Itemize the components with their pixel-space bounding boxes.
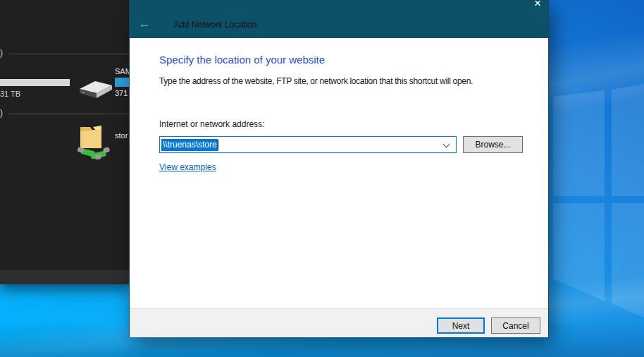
- address-label: Internet or network address:: [159, 119, 264, 129]
- chevron-down-icon[interactable]: [444, 142, 450, 147]
- explorer-status-bar: [0, 270, 131, 284]
- selected-text: \\truenas\store: [161, 139, 218, 151]
- browse-button[interactable]: Browse...: [463, 136, 523, 153]
- network-location-name[interactable]: stor: [115, 131, 128, 140]
- close-icon[interactable]: ×: [530, 1, 545, 11]
- hard-drive-icon[interactable]: [78, 78, 113, 104]
- back-icon[interactable]: ←: [137, 18, 152, 30]
- drive-free-text: 371: [115, 89, 128, 97]
- text-caret: [218, 140, 218, 150]
- view-examples-link[interactable]: View examples: [159, 162, 216, 172]
- screen: ) 31 TB SAM 371 ): [0, 0, 644, 357]
- dialog-titlebar: ← Add Network Location ×: [130, 1, 548, 38]
- network-folder-icon[interactable]: [78, 123, 110, 162]
- group-divider: [8, 54, 131, 54]
- next-button[interactable]: Next: [437, 317, 485, 334]
- devices-group-header: ): [0, 48, 3, 58]
- file-explorer-window[interactable]: ) 31 TB SAM 371 ): [0, 0, 131, 284]
- drive-capacity-bar: [0, 79, 70, 86]
- address-combobox[interactable]: \\truenas\store: [159, 136, 457, 153]
- cancel-button[interactable]: Cancel: [491, 317, 540, 334]
- dialog-title: Add Network Location: [174, 20, 256, 30]
- address-value[interactable]: \\truenas\store: [161, 138, 218, 151]
- add-network-location-dialog: ← Add Network Location × Specify the loc…: [129, 0, 549, 337]
- page-description: Type the address of the website, FTP sit…: [159, 76, 473, 86]
- page-heading: Specify the location of your website: [159, 54, 325, 66]
- drive-capacity-text: 31 TB: [0, 90, 20, 98]
- dialog-footer: Next Cancel: [130, 308, 548, 337]
- group-divider: [8, 114, 131, 114]
- network-group-header: ): [0, 108, 3, 118]
